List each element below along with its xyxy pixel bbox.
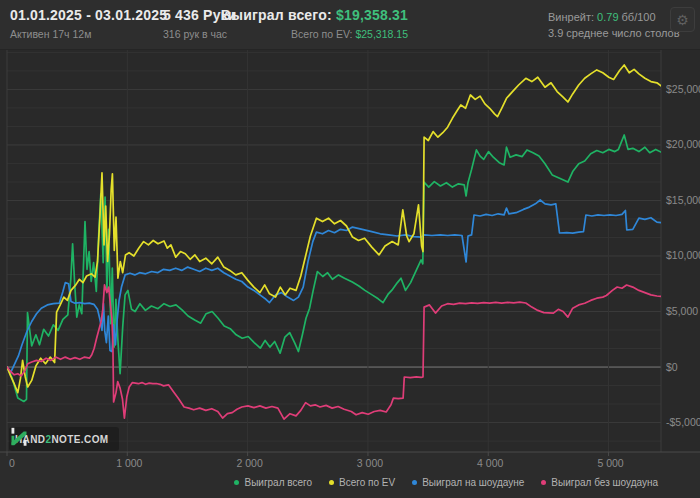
chart-legend: Выиграл всегоВсего по EVВыиграл на шоуда… xyxy=(234,477,658,488)
legend-label: Выиграл без шоудауна xyxy=(551,477,658,488)
winrate-label: Винрейт: xyxy=(548,11,597,23)
legend-dot-icon xyxy=(329,480,334,485)
x-tick-label: 0 xyxy=(9,457,15,469)
y-tick-label: -$5,000 xyxy=(666,416,700,428)
ev-total-line: Всего по EV: $25,318.15 xyxy=(221,28,408,40)
legend-dot-icon xyxy=(412,480,417,485)
winrate-info: Винрейт: 0.79 бб/100 3.9 среднее число с… xyxy=(548,9,680,41)
legend-dot-icon xyxy=(234,480,239,485)
x-tick-label: 1 000 xyxy=(116,457,142,469)
avg-tables: 3.9 среднее число столов xyxy=(548,25,680,41)
active-time: Активен 17ч 12м xyxy=(10,28,167,40)
watermark-text: HAND2NOTE.COM xyxy=(15,434,109,445)
legend-item-2[interactable]: Выиграл на шоудауне xyxy=(412,477,524,488)
plot-background xyxy=(0,50,700,452)
legend-label: Выиграл на шоудауне xyxy=(422,477,524,488)
y-tick-label: $25,000 xyxy=(666,83,700,95)
date-range: 01.01.2025 - 03.01.2025 xyxy=(10,7,167,23)
stats-header: 01.01.2025 - 03.01.2025 Активен 17ч 12м … xyxy=(0,0,700,50)
legend-dot-icon xyxy=(541,480,546,485)
x-axis-labels: 01 0002 0003 0004 0005 000 xyxy=(9,457,624,469)
winrate-units: бб/100 xyxy=(619,11,656,23)
legend-label: Выиграл всего xyxy=(244,477,312,488)
legend-label: Всего по EV xyxy=(339,477,395,488)
settings-button[interactable]: ⚙ xyxy=(670,7,695,32)
gear-icon: ⚙ xyxy=(676,13,689,27)
y-tick-label: $20,000 xyxy=(666,138,700,150)
ev-total-label: Всего по EV: xyxy=(291,28,355,40)
y-tick-label: $15,000 xyxy=(666,194,700,206)
won-total-label: Выиграл всего: xyxy=(221,7,336,23)
legend-item-0[interactable]: Выиграл всего xyxy=(234,477,312,488)
x-tick-label: 3 000 xyxy=(357,457,383,469)
x-tick-label: 2 000 xyxy=(236,457,262,469)
hand2note-graph-window: -$5,000$0$5,000$10,000$15,000$20,000$25,… xyxy=(0,0,700,498)
session-info: 01.01.2025 - 03.01.2025 Активен 17ч 12м xyxy=(10,7,167,40)
ev-total-value: $25,318.15 xyxy=(355,28,408,40)
won-total-value: $19,358.31 xyxy=(336,7,408,23)
won-total-line: Выиграл всего: $19,358.31 xyxy=(221,7,408,23)
hand2note-watermark: HAND2NOTE.COM xyxy=(9,427,119,451)
y-tick-label: $5,000 xyxy=(666,305,698,317)
winrate-line: Винрейт: 0.79 бб/100 xyxy=(548,9,680,25)
legend-item-1[interactable]: Всего по EV xyxy=(329,477,395,488)
x-tick-label: 4 000 xyxy=(477,457,503,469)
x-tick-label: 5 000 xyxy=(597,457,623,469)
winnings-chart: -$5,000$0$5,000$10,000$15,000$20,000$25,… xyxy=(0,0,700,498)
winnings-info: Выиграл всего: $19,358.31 Всего по EV: $… xyxy=(221,7,408,40)
hand2note-logo-icon xyxy=(9,427,29,447)
y-tick-label: $0 xyxy=(666,361,678,373)
y-tick-label: $10,000 xyxy=(666,249,700,261)
winrate-value: 0.79 xyxy=(597,11,618,23)
watermark-post: NOTE.COM xyxy=(51,434,108,445)
legend-item-3[interactable]: Выиграл без шоудауна xyxy=(541,477,658,488)
